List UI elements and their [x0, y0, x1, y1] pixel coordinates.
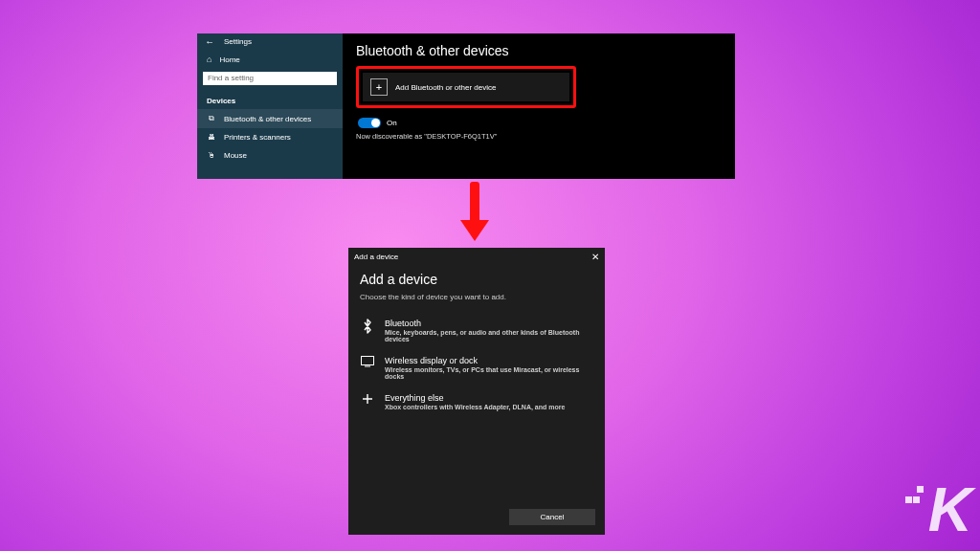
home-icon: ⌂ [207, 55, 212, 64]
bluetooth-toggle[interactable] [358, 118, 381, 128]
bluetooth-icon [360, 319, 375, 342]
home-label: Home [219, 55, 239, 64]
dialog-titlebar: Add a device ✕ [348, 248, 605, 266]
back-icon[interactable]: ← [205, 36, 214, 47]
close-icon[interactable]: ✕ [591, 252, 599, 262]
option-bluetooth[interactable]: Bluetooth Mice, keyboards, pens, or audi… [360, 315, 593, 352]
option-title: Everything else [385, 393, 565, 403]
sidebar-item-label: Mouse [224, 151, 247, 160]
cancel-button[interactable]: Cancel [509, 509, 595, 525]
sidebar-item-bluetooth[interactable]: ⧉ Bluetooth & other devices [197, 109, 343, 128]
svg-rect-0 [362, 357, 374, 365]
add-device-button[interactable]: + Add Bluetooth or other device [363, 73, 569, 101]
add-device-label: Add Bluetooth or other device [395, 83, 496, 92]
dialog-body: Add a device Choose the kind of device y… [348, 266, 605, 501]
dialog-subheading: Choose the kind of device you want to ad… [360, 293, 593, 301]
search-input[interactable]: Find a setting [203, 72, 337, 85]
add-device-dialog: Add a device ✕ Add a device Choose the k… [348, 248, 605, 535]
logo-letter: K [928, 474, 969, 545]
sidebar-section-label: Devices [197, 91, 343, 109]
sidebar-item-label: Printers & scanners [224, 133, 291, 142]
option-desc: Mice, keyboards, pens, or audio and othe… [385, 329, 593, 342]
window-title: Settings [224, 37, 252, 46]
option-desc: Wireless monitors, TVs, or PCs that use … [385, 366, 593, 380]
window-titlebar: ← Settings [197, 33, 343, 49]
tutorial-arrow-icon [460, 182, 489, 243]
dialog-heading: Add a device [360, 272, 593, 287]
plus-icon: + [370, 78, 388, 96]
page-title: Bluetooth & other devices [356, 43, 722, 58]
bluetooth-icon: ⧉ [207, 114, 216, 123]
sidebar-item-mouse[interactable]: 🖱 Mouse [197, 146, 343, 165]
option-title: Bluetooth [385, 319, 593, 328]
option-wireless-display[interactable]: Wireless display or dock Wireless monito… [360, 352, 593, 389]
printer-icon: 🖶 [207, 133, 216, 142]
settings-sidebar: ← Settings ⌂ Home Find a setting Devices… [197, 33, 343, 179]
option-everything-else[interactable]: Everything else Xbox controllers with Wi… [360, 389, 593, 420]
plus-icon [360, 393, 375, 410]
sidebar-item-label: Bluetooth & other devices [224, 115, 311, 123]
svg-rect-1 [365, 366, 370, 367]
mouse-icon: 🖱 [207, 151, 216, 160]
bluetooth-toggle-row: On [358, 118, 722, 128]
display-icon [360, 356, 375, 380]
sidebar-home[interactable]: ⌂ Home [197, 49, 343, 70]
brand-logo: K [905, 474, 969, 545]
sidebar-item-printers[interactable]: 🖶 Printers & scanners [197, 128, 343, 146]
dialog-footer: Cancel [348, 501, 605, 535]
settings-window: ← Settings ⌂ Home Find a setting Devices… [197, 33, 735, 179]
discoverable-text: Now discoverable as "DESKTOP-F6Q1T1V" [356, 132, 722, 141]
toggle-state-label: On [387, 119, 397, 127]
tutorial-highlight: + Add Bluetooth or other device [356, 66, 576, 108]
option-desc: Xbox controllers with Wireless Adapter, … [385, 404, 565, 410]
settings-main: Bluetooth & other devices + Add Bluetoot… [343, 33, 735, 179]
dialog-title: Add a device [354, 253, 398, 261]
option-title: Wireless display or dock [385, 356, 593, 365]
